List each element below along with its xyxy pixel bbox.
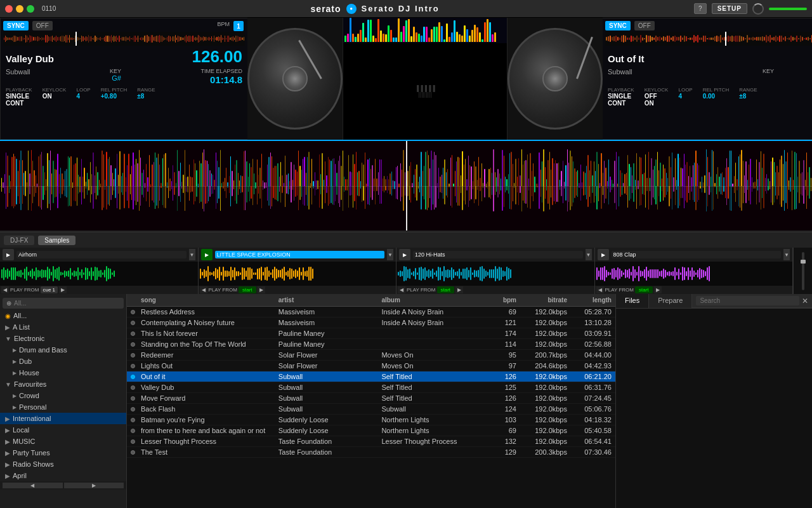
sample-pad-2-next-button[interactable]: ▶ [258, 286, 265, 293]
sample-pad-2-play-button[interactable]: ▶ [201, 249, 213, 260]
track-bpm: 132 [485, 438, 516, 445]
tab-files[interactable]: Files [616, 294, 649, 308]
sidebar-item-drumandbass[interactable]: ▶ Drum and Bass [0, 344, 126, 356]
close-window-btn[interactable] [5, 5, 13, 13]
platter-right-disc[interactable] [508, 28, 603, 130]
library-search-clear-button[interactable]: ✕ [802, 297, 808, 305]
track-row[interactable]: Valley Dub Subwall Self Titled 125 192.0… [127, 382, 615, 393]
sample-pad-4-play-button[interactable]: ▶ [598, 249, 609, 260]
sidebar-search-bar[interactable]: ⊕ [3, 298, 124, 309]
sample-pad-1-wave-bars [0, 262, 116, 286]
sidebar-item-dub[interactable]: ▶ Dub [0, 356, 126, 367]
sample-pad-3-prev-button[interactable]: ◀ [398, 286, 405, 293]
track-length: 02:56.88 [567, 340, 612, 348]
sidebar-item-more[interactable]: ▶ April [0, 470, 126, 481]
deck1-sync-button[interactable]: SYNC [3, 21, 29, 30]
tab-djfx[interactable]: DJ-FX [4, 236, 34, 245]
sidebar-item-house[interactable]: ▶ House [0, 367, 126, 378]
deck2-off-button[interactable]: OFF [634, 21, 655, 30]
library-search-input[interactable] [696, 296, 799, 305]
sidebar-favourites-label: Favourites [14, 380, 46, 388]
deck2-keylock-label: KEYLOCK [645, 87, 669, 93]
track-row[interactable]: Standing on the Top Of The World Pauline… [127, 339, 615, 350]
deck1-range: RANGE ±8 [137, 87, 155, 107]
track-row[interactable]: Out of it Subwall Self Titled 126 192.0k… [127, 371, 615, 382]
track-row[interactable]: from there to here and back again or not… [127, 425, 615, 436]
sidebar-scroll-right-button[interactable]: ▶ [64, 483, 124, 488]
col-header-length[interactable]: length [567, 297, 612, 304]
track-length: 06:54.41 [567, 438, 612, 445]
sidebar-item-all[interactable]: ◉ All... [0, 310, 126, 321]
track-row[interactable]: Back Flash Subwall Subwall 124 192.0kbps… [127, 404, 615, 415]
track-row[interactable]: Batman you're Fying Suddenly Loose North… [127, 415, 615, 425]
tab-samples[interactable]: Samples [38, 236, 75, 245]
sidebar-item-favourites[interactable]: ▼ Favourites [0, 378, 126, 390]
sidebar-item-music[interactable]: ▶ MUSIC [0, 436, 126, 447]
sidebar-dub-label: Dub [19, 358, 32, 365]
sample-pad-4-prev-button[interactable]: ◀ [596, 286, 604, 293]
sidebar-item-alist[interactable]: ▶ A List [0, 321, 126, 333]
deck2-sync-button[interactable]: SYNC [605, 21, 631, 30]
track-bitrate: 192.0kbps [516, 340, 567, 348]
tab-prepare[interactable]: Prepare [649, 294, 692, 308]
sample-pad-4-dropdown-button[interactable]: ▼ [783, 249, 790, 260]
sample-volume-handle[interactable] [801, 260, 806, 264]
right-panel-content [616, 309, 812, 508]
sample-pad-3-next-button[interactable]: ▶ [455, 286, 463, 293]
deck1-off-button[interactable]: OFF [32, 21, 53, 30]
sample-pad-4-name: 808 Clap [612, 251, 782, 258]
deck2-track-info: Out of It 126.00 [605, 47, 812, 66]
track-row[interactable]: Lights Out Solar Flower Moves On 97 204.… [127, 361, 615, 371]
sample-pad-1-prev-button[interactable]: ◀ [1, 286, 9, 293]
sidebar-item-radioshows[interactable]: ▶ Radio Shows [0, 458, 126, 470]
col-header-album[interactable]: album [381, 297, 485, 304]
sample-pad-4-next-button[interactable]: ▶ [654, 286, 662, 293]
platter-right[interactable] [508, 18, 603, 140]
right-panel-search[interactable]: ✕ [692, 294, 812, 308]
sample-pad-3-footer: ◀ PLAY FROM start ▶ [396, 286, 594, 294]
track-row[interactable]: Move Forward Subwall Self Titled 126 192… [127, 393, 615, 404]
sample-pad-3-dropdown-button[interactable]: ▼ [586, 249, 592, 260]
track-artist: Massiveism [278, 319, 382, 326]
maximize-window-btn[interactable] [27, 5, 34, 13]
platter-left-disc[interactable] [247, 28, 343, 130]
deck2-range-value: ±8 [739, 93, 757, 100]
track-row[interactable]: Restless Address Massiveism Inside A Noi… [127, 307, 615, 318]
sidebar-scroll-left-button[interactable]: ◀ [3, 483, 63, 488]
sidebar-item-crowd[interactable]: ▶ Crowd [0, 390, 126, 401]
minimize-window-btn[interactable] [16, 5, 23, 13]
sample-pad-1-play-button[interactable]: ▶ [3, 249, 14, 260]
col-header-song[interactable]: song [141, 297, 278, 304]
track-song: The Test [141, 448, 278, 456]
sample-pad-2-prev-button[interactable]: ◀ [200, 286, 207, 293]
sample-pad-3-play-button[interactable]: ▶ [399, 249, 410, 260]
track-row[interactable]: This Is Not forever Pauline Maney 174 19… [127, 328, 615, 339]
sample-pad-1-dropdown-button[interactable]: ▼ [189, 249, 195, 260]
track-dot [131, 353, 141, 358]
track-row[interactable]: The Test Taste Foundation 129 200.3kbps … [127, 447, 615, 458]
sidebar-item-partytunes[interactable]: ▶ Party Tunes [0, 447, 126, 458]
sidebar-international-label: International [13, 415, 51, 422]
sample-pad-1-next-button[interactable]: ▶ [59, 286, 67, 293]
sidebar-item-personal[interactable]: ▶ Personal [0, 401, 126, 413]
col-header-artist[interactable]: artist [278, 297, 382, 304]
track-song: Valley Dub [141, 384, 278, 391]
sidebar-item-international[interactable]: ▶ International [0, 413, 126, 424]
sidebar-item-electronic[interactable]: ▼ Electronic [0, 333, 126, 344]
platter-left[interactable] [247, 18, 343, 140]
track-song: Contemplating A Noisey future [141, 319, 278, 326]
col-header-bpm[interactable]: bpm [485, 297, 516, 304]
sample-volume-slider[interactable] [802, 252, 804, 290]
sample-pad-2-dropdown-button[interactable]: ▼ [387, 249, 393, 260]
deck2-artist: Subwall [608, 68, 632, 85]
sidebar-search-input[interactable] [14, 300, 120, 307]
samples-tabs: DJ-FX Samples [0, 232, 812, 248]
track-row[interactable]: Contemplating A Noisey future Massiveism… [127, 318, 615, 328]
setup-button[interactable]: SETUP [712, 3, 747, 14]
track-row[interactable]: Redeemer Solar Flower Moves On 95 200.7k… [127, 350, 615, 361]
sidebar-alist-label: A List [13, 323, 30, 331]
col-header-bitrate[interactable]: bitrate [516, 297, 567, 304]
track-row[interactable]: Lesser Thought Process Taste Foundation … [127, 436, 615, 447]
help-button[interactable]: ? [694, 3, 707, 14]
sidebar-item-local[interactable]: ▶ Local [0, 424, 126, 436]
